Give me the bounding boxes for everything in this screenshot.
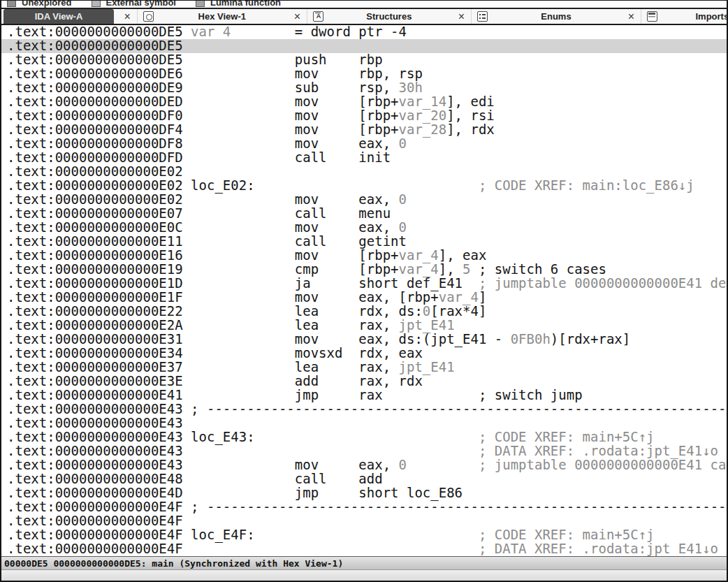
code-segment: .text:0000000000000E3E: [7, 374, 183, 388]
listing-row[interactable]: .text:0000000000000DE5var_4= dword ptr -…: [1, 25, 727, 39]
legend-item-unexplored: Unexplored: [7, 1, 72, 8]
tab-ida-view-a[interactable]: IDA View-A ×: [1, 9, 138, 24]
close-icon[interactable]: ×: [454, 10, 468, 23]
code-segment: eax,: [358, 458, 398, 472]
legend-label: External symbol: [106, 1, 176, 8]
code-segment: [rbp+: [358, 248, 398, 262]
code-segment: .text:0000000000000DE9: [7, 80, 183, 94]
code-segment: ],: [439, 262, 463, 276]
code-segment: lea: [295, 360, 319, 374]
listing-row[interactable]: .text:0000000000000E34movsxdrdx, eax: [1, 347, 727, 361]
tab-enums-label[interactable]: Enums: [488, 11, 624, 22]
code-segment: .text:0000000000000E4D: [7, 486, 183, 500]
listing-row[interactable]: .text:0000000000000E4Djmpshort loc_E86: [1, 486, 727, 500]
external-symbol-swatch: [92, 1, 101, 7]
tab-hex-view-1[interactable]: Hex View-1 ×: [138, 9, 307, 24]
legend-item-external-symbol: External symbol: [92, 1, 176, 8]
code-segment: .text:0000000000000E4F: [7, 500, 183, 514]
code-segment: eax, ds:(jpt_E41 -: [358, 332, 510, 346]
disassembly-listing[interactable]: .text:0000000000000DE5var_4= dword ptr -…: [1, 25, 727, 556]
listing-row[interactable]: .text:0000000000000E1Fmoveax, [rbp+var_4…: [1, 291, 727, 305]
listing-row[interactable]: .text:0000000000000DF4mov[rbp+var_28], r…: [1, 123, 727, 137]
listing-row[interactable]: .text:0000000000000E16mov[rbp+var_4], ea…: [1, 249, 727, 263]
listing-row[interactable]: .text:0000000000000E43loc_E43:; CODE XRE…: [1, 430, 727, 444]
code-segment: jmp: [295, 486, 319, 500]
tab-imports[interactable]: Imports: [641, 9, 727, 24]
listing-row[interactable]: .text:0000000000000E4F: [1, 514, 727, 528]
listing-row[interactable]: .text:0000000000000E0Cmoveax, 0: [1, 221, 727, 235]
tab-structures[interactable]: Structures ×: [307, 9, 472, 24]
code-segment: rax,: [358, 360, 398, 374]
code-segment: .text:0000000000000E34: [7, 346, 183, 360]
code-segment: ], rsi: [446, 108, 495, 122]
ida-window: Unexplored External symbol Lumina functi…: [0, 0, 728, 582]
code-segment: jpt_E41: [399, 360, 455, 374]
listing-row[interactable]: .text:0000000000000E02moveax, 0: [1, 193, 727, 207]
listing-row[interactable]: .text:0000000000000E22leardx, ds:0[rax*4…: [1, 305, 727, 319]
code-segment: .text:0000000000000DE5: [7, 52, 183, 66]
code-segment: ; CODE XREF: main+5C↑j: [479, 528, 655, 541]
code-segment: eax,: [358, 192, 398, 206]
close-icon[interactable]: ×: [120, 10, 134, 23]
legend-item-lumina-function: Lumina function: [196, 1, 281, 8]
code-segment: lea: [295, 318, 319, 332]
listing-row[interactable]: .text:0000000000000E1Djashort def_E41; j…: [1, 277, 727, 291]
listing-row[interactable]: .text:0000000000000E43; DATA XREF: .roda…: [1, 444, 727, 458]
listing-row[interactable]: .text:0000000000000DE5: [1, 39, 727, 53]
code-segment: call: [295, 472, 327, 486]
code-segment: )[rdx+rax]: [551, 332, 630, 346]
code-segment: getint: [358, 234, 407, 248]
tab-ida-view-a-label[interactable]: IDA View-A: [3, 9, 114, 24]
listing-row[interactable]: .text:0000000000000E4Floc_E4F:; CODE XRE…: [1, 528, 727, 542]
code-segment: .text:0000000000000E43: [7, 458, 183, 472]
tab-structures-label[interactable]: Structures: [323, 11, 454, 22]
listing-row[interactable]: .text:0000000000000DE9subrsp, 30h: [1, 81, 727, 95]
listing-row[interactable]: .text:0000000000000DFDcallinit: [1, 151, 727, 165]
listing-row[interactable]: .text:0000000000000E31moveax, ds:(jpt_E4…: [1, 333, 727, 347]
code-segment: [rbp+: [358, 108, 398, 122]
code-segment: 0: [399, 458, 407, 472]
code-segment: .text:0000000000000E2A: [7, 318, 183, 332]
code-segment: lea: [295, 304, 319, 318]
code-segment: .text:0000000000000E4F: [7, 514, 183, 528]
listing-row[interactable]: .text:0000000000000E11callgetint: [1, 235, 727, 249]
code-segment: mov: [295, 458, 319, 472]
listing-row[interactable]: .text:0000000000000E43: [1, 416, 727, 430]
listing-row[interactable]: .text:0000000000000DF0mov[rbp+var_20], r…: [1, 109, 727, 123]
listing-row[interactable]: .text:0000000000000E41jmprax; switch jum…: [1, 388, 727, 402]
listing-row[interactable]: .text:0000000000000E07callmenu: [1, 207, 727, 221]
close-icon[interactable]: ×: [624, 10, 638, 23]
tab-hex-view-1-label[interactable]: Hex View-1: [154, 11, 290, 22]
listing-row[interactable]: .text:0000000000000E02loc_E02:; CODE XRE…: [1, 179, 727, 193]
close-icon[interactable]: ×: [290, 10, 304, 23]
listing-row[interactable]: .text:0000000000000E3Eaddrax, rdx: [1, 374, 727, 388]
listing-row[interactable]: .text:0000000000000E43; ----------------…: [1, 402, 727, 416]
listing-row[interactable]: .text:0000000000000E48calladd: [1, 472, 727, 486]
code-segment: var_4: [399, 262, 439, 276]
code-segment: 5: [463, 262, 470, 276]
code-segment: cmp: [295, 262, 319, 276]
listing-row[interactable]: .text:0000000000000E43moveax, 0; jumptab…: [1, 458, 727, 472]
code-segment: loc_E4F:: [191, 528, 255, 541]
code-segment: 0: [399, 192, 407, 206]
listing-row[interactable]: .text:0000000000000DF8moveax, 0: [1, 137, 727, 151]
code-segment: sub: [295, 80, 319, 94]
tab-enums[interactable]: Enums ×: [472, 9, 641, 24]
listing-row[interactable]: .text:0000000000000DEDmov[rbp+var_14], e…: [1, 95, 727, 109]
listing-row[interactable]: .text:0000000000000E37learax, jpt_E41: [1, 361, 727, 374]
listing-row[interactable]: .text:0000000000000E4F; ----------------…: [1, 500, 727, 514]
listing-row[interactable]: .text:0000000000000E19cmp[rbp+var_4], 5;…: [1, 263, 727, 277]
tab-imports-label[interactable]: Imports: [695, 11, 727, 22]
code-segment: .text:0000000000000E02: [7, 178, 183, 192]
code-segment: rax: [358, 388, 382, 402]
listing-row[interactable]: .text:0000000000000DE5pushrbp: [1, 53, 727, 67]
code-segment: 0: [423, 304, 430, 318]
listing-row[interactable]: .text:0000000000000E2Alearax, jpt_E41: [1, 319, 727, 333]
code-segment: .text:0000000000000E02: [7, 192, 183, 206]
listing-row[interactable]: .text:0000000000000DE6movrbp, rsp: [1, 67, 727, 81]
status-text: 00000DE5 0000000000000DE5: main (Synchro…: [1, 558, 343, 569]
code-segment: .text:0000000000000E16: [7, 248, 183, 262]
code-segment: ], eax: [439, 248, 487, 262]
listing-row[interactable]: .text:0000000000000E4F; DATA XREF: .roda…: [1, 542, 727, 556]
listing-row[interactable]: .text:0000000000000E02: [1, 165, 727, 179]
